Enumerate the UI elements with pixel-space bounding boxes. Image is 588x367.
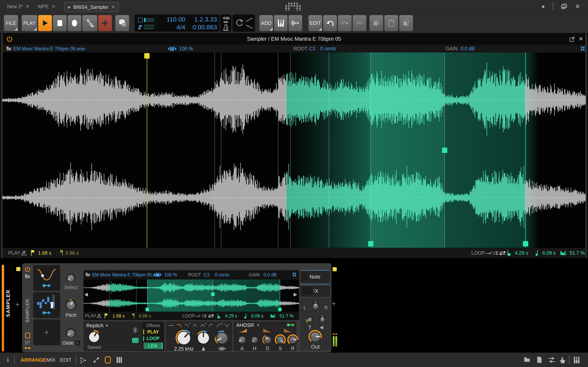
- scroll-right-icon[interactable]: ▶: [294, 292, 297, 297]
- mod-source-icon[interactable]: [287, 323, 294, 327]
- crossfade-value[interactable]: 51.7 %: [279, 313, 294, 319]
- play-start-flag-icon[interactable]: [31, 250, 35, 256]
- device-name[interactable]: SAMPLER: [25, 298, 30, 323]
- add-audio-track-button[interactable]: [288, 15, 303, 31]
- folder-icon[interactable]: [86, 273, 90, 277]
- mod-route-icon[interactable]: [42, 311, 51, 315]
- loop-end-flag-icon[interactable]: [535, 250, 539, 256]
- project-tab-bws4-sampler[interactable]: ▶ BWS4_Sampler ✕: [64, 2, 119, 12]
- file-panel-icon[interactable]: [537, 356, 542, 363]
- close-window-icon[interactable]: ✕: [575, 3, 580, 10]
- crossfade-icon[interactable]: [560, 250, 566, 255]
- cut-button[interactable]: ✂: [352, 15, 366, 31]
- file-menu-button[interactable]: FILE: [4, 15, 18, 31]
- play-start-value[interactable]: 1.68 s: [112, 313, 125, 319]
- sample-file-name[interactable]: EM Mvoc Mantra E 70bpm 05.wav: [92, 272, 161, 277]
- loop-end-value[interactable]: 6.09 s: [251, 313, 263, 319]
- zoom-value[interactable]: 100 %: [179, 46, 193, 51]
- fade-out-icon[interactable]: [245, 24, 253, 29]
- keyboard-zoom-icon[interactable]: [168, 46, 177, 51]
- save-project-button[interactable]: [115, 15, 129, 31]
- folder-icon[interactable]: [6, 46, 11, 51]
- gain-value[interactable]: 0.0 dB: [461, 46, 475, 51]
- velocity-knob[interactable]: [318, 315, 327, 324]
- edit-view-button[interactable]: EDIT: [60, 357, 71, 363]
- close-editor-icon[interactable]: ✕: [579, 36, 583, 42]
- play-menu-button[interactable]: PLAY: [21, 15, 37, 31]
- loop-pingpong-icon[interactable]: [208, 314, 214, 318]
- loop-off-icon[interactable]: [485, 251, 492, 255]
- track-name[interactable]: SAMPLER: [5, 294, 11, 317]
- device-preset-folder-icon[interactable]: [25, 274, 30, 279]
- release-shape-icon[interactable]: [284, 328, 293, 332]
- restore-window-icon[interactable]: [561, 4, 567, 9]
- info-icon[interactable]: i: [7, 357, 9, 363]
- project-tab-mpe[interactable]: MPE ✕: [38, 0, 55, 13]
- loop-off-icon[interactable]: [194, 314, 200, 318]
- project-tab-new2[interactable]: New 2* ✕: [7, 0, 30, 13]
- loop-start-flag-icon[interactable]: [217, 313, 221, 319]
- filter-type-row[interactable]: 444: [168, 323, 231, 328]
- offset-play-toggle[interactable]: PLAY: [142, 329, 164, 335]
- glide-latch-badge[interactable]: L: [75, 341, 80, 346]
- attack-knob[interactable]: [237, 334, 248, 345]
- crossfade-icon[interactable]: [270, 314, 276, 318]
- freeze-icon[interactable]: [132, 327, 138, 334]
- edit-menu-button[interactable]: EDIT: [308, 15, 322, 31]
- loop-start-value[interactable]: 4.29 s: [225, 313, 237, 319]
- modulator-slot-empty[interactable]: +: [33, 319, 60, 345]
- play-end-flag-icon[interactable]: [131, 313, 135, 319]
- play-start-flag-icon[interactable]: [104, 313, 108, 319]
- cutoff-value-label[interactable]: 2.25 kHz: [171, 346, 197, 352]
- playback-mode-dropdown[interactable]: Repitch: [86, 323, 104, 329]
- remote-controls-icon[interactable]: [25, 340, 30, 344]
- track-mute-indicator[interactable]: [16, 267, 20, 271]
- browser-panel-icon[interactable]: [524, 357, 530, 362]
- gain-value[interactable]: 0.0 dB: [264, 272, 277, 277]
- close-icon[interactable]: ✕: [26, 4, 30, 9]
- waveform-display[interactable]: [2, 52, 586, 248]
- overdub-toggle-button[interactable]: [98, 15, 112, 31]
- loop-forward-icon[interactable]: [201, 314, 207, 318]
- minimize-icon[interactable]: ●: [542, 3, 545, 10]
- loop-end-value[interactable]: 6.09 s: [542, 250, 556, 256]
- out-knob[interactable]: [308, 330, 322, 343]
- fade-in-icon[interactable]: [245, 17, 253, 22]
- raw-mode-icon[interactable]: R: [21, 250, 28, 256]
- root-cents-value[interactable]: 0 cents: [320, 46, 336, 51]
- scroll-left-icon[interactable]: ◀: [84, 292, 88, 297]
- root-note-value[interactable]: C3: [309, 46, 315, 51]
- add-instrument-track-button[interactable]: [274, 15, 288, 31]
- resonance-knob[interactable]: [196, 330, 211, 346]
- play-button[interactable]: [38, 15, 52, 31]
- punch-in-icon[interactable]: [222, 16, 230, 23]
- root-cents-value[interactable]: 0 cents: [215, 272, 229, 277]
- envelope-dropdown[interactable]: AHDSR: [236, 322, 254, 328]
- grid-snap-icon[interactable]: [292, 272, 297, 277]
- stop-button[interactable]: [53, 15, 67, 31]
- duplicate-button[interactable]: [399, 15, 413, 31]
- ram-icon[interactable]: RAM: [132, 337, 139, 343]
- device-power-icon[interactable]: [7, 36, 13, 42]
- loop-pingpong-icon[interactable]: [499, 250, 506, 256]
- crossfade-value[interactable]: 51.7 %: [570, 250, 585, 256]
- record-button[interactable]: [67, 15, 82, 31]
- track-color-strip[interactable]: [2, 265, 4, 351]
- root-note-value[interactable]: C3: [204, 272, 209, 277]
- time-display[interactable]: 0:00.863: [187, 23, 217, 31]
- loop-start-value[interactable]: 4.29 s: [515, 250, 528, 256]
- select-knob[interactable]: [65, 273, 76, 284]
- release-knob[interactable]: [287, 334, 299, 345]
- mixer-panel-toggle-icon[interactable]: [116, 357, 123, 363]
- popout-window-icon[interactable]: [569, 36, 575, 42]
- snap-settings-icon[interactable]: [80, 357, 86, 363]
- arrange-view-button[interactable]: ARRANGE: [21, 357, 46, 363]
- automation-write-button[interactable]: w: [82, 15, 97, 31]
- pitch-knob[interactable]: [65, 299, 77, 311]
- automation-icon[interactable]: [93, 357, 100, 363]
- keytrack-knob[interactable]: [214, 330, 230, 346]
- add-device-plus[interactable]: +: [332, 300, 336, 308]
- device-power-icon[interactable]: [25, 267, 30, 272]
- close-icon[interactable]: ✕: [52, 4, 55, 9]
- signal-flow-icon[interactable]: [25, 346, 31, 350]
